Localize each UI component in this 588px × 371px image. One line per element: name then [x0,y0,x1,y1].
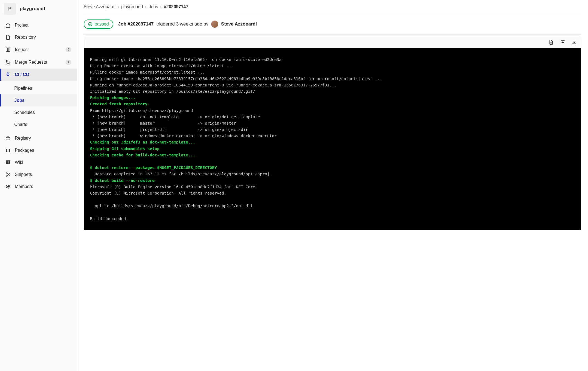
sidebar-nav-lower: Registry Packages Wiki Snippets Members [0,131,77,194]
registry-icon [5,136,10,141]
sidebar-nav: Project Repository Issues 0 Merge Reques… [0,18,77,82]
svg-point-5 [8,74,8,74]
svg-point-2 [6,60,7,62]
sidebar-item-project[interactable]: Project [0,19,77,31]
book-icon [5,160,10,165]
svg-point-9 [6,175,7,176]
status-text: passed [95,22,109,27]
sidebar-item-label: Wiki [15,160,71,165]
breadcrumb-separator: › [145,4,146,9]
mr-count-badge: 1 [66,60,71,65]
document-icon [549,40,554,45]
project-avatar: P [4,3,16,15]
subnav-charts[interactable]: Charts [0,119,77,131]
job-header: passed Job #202097147 triggered 3 weeks … [77,14,588,34]
issues-icon [5,47,10,52]
svg-point-10 [7,185,8,187]
log-toolbar [84,37,581,48]
job-title: Job #202097147 triggered 3 weeks ago by … [118,21,257,28]
svg-point-3 [6,63,7,64]
breadcrumb-separator: › [118,4,119,9]
sidebar: P playground Project Repository Issues 0… [0,0,77,371]
job-id: Job #202097147 [118,21,154,27]
sidebar-item-label: Members [15,184,71,189]
sidebar-item-label: CI / CD [15,72,71,77]
sidebar-item-label: Snippets [15,172,71,177]
scroll-bottom-button[interactable] [572,40,577,46]
main-content: Steve Azzopardi › playground › Jobs › #2… [77,0,588,371]
file-icon [5,35,10,40]
project-header[interactable]: P playground [0,0,77,18]
svg-rect-1 [8,48,10,52]
author-avatar[interactable] [211,21,218,28]
svg-rect-13 [561,40,565,41]
members-icon [5,184,10,189]
log-card: Running with gitlab-runner 11.10.0~rc2 (… [84,37,581,231]
svg-point-8 [6,173,7,174]
sidebar-item-label: Merge Requests [15,60,61,65]
svg-rect-14 [572,44,576,44]
sidebar-item-cicd[interactable]: CI / CD [0,69,77,81]
home-icon [5,23,10,28]
scroll-top-icon [560,40,565,45]
sidebar-item-merge-requests[interactable]: Merge Requests 1 [0,56,77,69]
check-circle-icon [88,22,92,26]
scroll-top-button[interactable] [560,40,565,46]
breadcrumb-current: #202097147 [164,4,188,9]
sidebar-item-label: Repository [15,35,71,40]
job-log[interactable]: Running with gitlab-runner 11.10.0~rc2 (… [84,48,581,230]
breadcrumb-part[interactable]: playground [121,4,143,9]
subnav-jobs[interactable]: Jobs [0,94,77,106]
svg-point-4 [9,63,10,64]
sidebar-item-repository[interactable]: Repository [0,31,77,43]
sidebar-item-label: Issues [15,47,61,52]
show-raw-button[interactable] [549,40,554,46]
svg-point-11 [8,186,10,187]
sidebar-item-packages[interactable]: Packages [0,144,77,156]
sidebar-item-issues[interactable]: Issues 0 [0,43,77,56]
cicd-subnav: Pipelines Jobs Schedules Charts [0,82,77,131]
issues-count-badge: 0 [66,47,71,52]
subnav-schedules[interactable]: Schedules [0,106,77,119]
sidebar-item-label: Packages [15,148,71,153]
sidebar-item-label: Registry [15,136,71,141]
svg-rect-0 [6,48,8,52]
scroll-bottom-icon [572,40,577,45]
sidebar-item-members[interactable]: Members [0,181,77,193]
breadcrumb-separator: › [160,4,162,9]
sidebar-item-label: Project [15,23,71,28]
sidebar-item-wiki[interactable]: Wiki [0,156,77,168]
project-name: playground [20,6,45,12]
scissors-icon [5,172,10,177]
merge-request-icon [5,60,10,65]
author-name[interactable]: Steve Azzopardi [221,21,257,27]
breadcrumb: Steve Azzopardi › playground › Jobs › #2… [77,0,588,14]
status-badge[interactable]: passed [84,19,113,29]
breadcrumb-part[interactable]: Jobs [149,4,158,9]
svg-rect-6 [6,137,10,140]
subnav-pipelines[interactable]: Pipelines [0,82,77,94]
breadcrumb-part[interactable]: Steve Azzopardi [84,4,115,9]
rocket-icon [5,72,10,77]
job-trigger-info: triggered 3 weeks ago by [156,21,208,27]
sidebar-item-snippets[interactable]: Snippets [0,168,77,181]
package-icon [5,148,10,153]
sidebar-item-registry[interactable]: Registry [0,132,77,144]
